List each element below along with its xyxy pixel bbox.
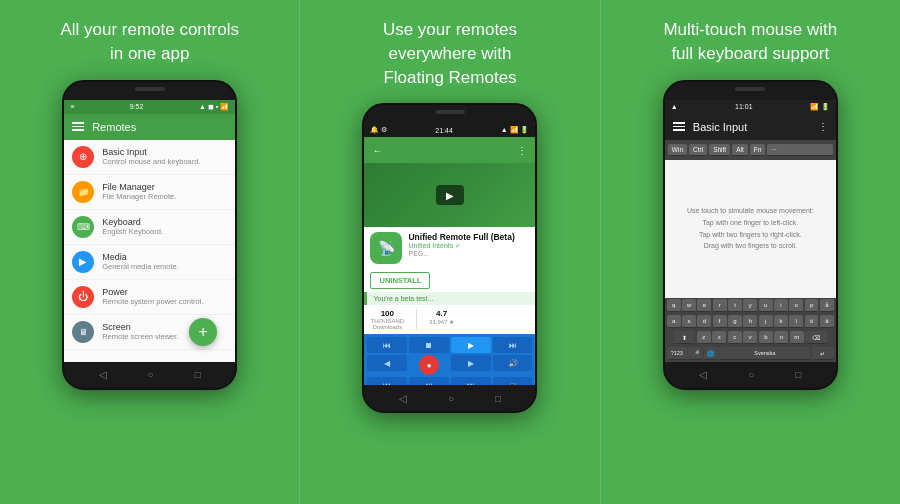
remote-info-power: Power Remote system power control. <box>102 287 227 306</box>
hamburger-icon[interactable] <box>72 122 84 131</box>
remote-btn[interactable]: ⏮ <box>367 377 407 385</box>
ki-key-l[interactable]: l <box>789 315 803 328</box>
ps-app-name: Unified Remote Full (Beta) <box>408 232 529 242</box>
ki-backspace-key[interactable]: ⌫ <box>805 331 827 344</box>
recents-icon[interactable]: □ <box>195 369 201 380</box>
ps-play-button[interactable]: ▶ <box>436 185 464 205</box>
ps-app-bar: ← ⋮ <box>364 137 535 163</box>
ki-key-q[interactable]: q <box>667 299 681 312</box>
remote-btn[interactable]: ⏮ <box>367 337 407 353</box>
ki-shift-key[interactable]: ⬆ <box>673 331 695 344</box>
ki-func-win[interactable]: Win <box>668 144 687 156</box>
ki-key-f[interactable]: f <box>713 315 727 328</box>
ki-key-c[interactable]: c <box>728 331 742 344</box>
status-bar-2: 🔔 ⚙ 21:44 ▲ 📶 🔋 <box>364 123 535 137</box>
list-item[interactable]: ⊕ Basic Input Control mouse and keyboard… <box>64 140 235 175</box>
ki-enter-key[interactable]: ↵ <box>812 347 834 360</box>
ki-key-v[interactable]: v <box>743 331 757 344</box>
ki-key-t[interactable]: t <box>728 299 742 312</box>
ki-key-z[interactable]: z <box>697 331 711 344</box>
ki-key-o-umlaut[interactable]: ö <box>805 315 819 328</box>
remote-desc: File Manager Remote. <box>102 192 227 201</box>
remote-btn[interactable]: ⏭ <box>451 377 491 385</box>
ki-key-r[interactable]: r <box>713 299 727 312</box>
ki-key-a[interactable]: a <box>667 315 681 328</box>
ki-key-m[interactable]: m <box>790 331 804 344</box>
ki-func-shift[interactable]: Shift <box>709 144 730 156</box>
ki-func-ctrl[interactable]: Ctrl <box>689 144 707 156</box>
list-item[interactable]: ⌨ Keyboard English Keyboard. <box>64 210 235 245</box>
ki-key-o[interactable]: o <box>789 299 803 312</box>
fab-add[interactable]: + <box>189 318 217 346</box>
ki-row-4: ?123 🎤 🌐 Svenska ↵ <box>665 346 836 362</box>
ki-key-k[interactable]: k <box>774 315 788 328</box>
app-bar-1: Remotes <box>64 114 235 140</box>
ki-mouse-area[interactable]: Use touch to simulate mouse movement:Tap… <box>665 160 836 298</box>
panel-2-heading: Use your remotes everywhere with Floatin… <box>383 18 517 89</box>
ki-globe-key[interactable]: 🌐 <box>704 347 718 360</box>
ki-key-a-ring[interactable]: å <box>820 299 834 312</box>
ki-key-u[interactable]: u <box>759 299 773 312</box>
home-icon-3[interactable]: ○ <box>748 369 754 380</box>
remote-btn[interactable]: ▶ <box>451 355 491 371</box>
remote-btn[interactable]: ⏹ <box>409 337 449 353</box>
app-bar-title-1: Remotes <box>92 121 136 133</box>
remote-btn[interactable]: 🔉 <box>493 377 533 385</box>
remote-btn[interactable]: ⏭ <box>493 337 533 353</box>
panel-2: Use your remotes everywhere with Floatin… <box>300 0 600 504</box>
ki-mic-key[interactable]: 🎤 <box>688 347 702 360</box>
phone-2-screen: 🔔 ⚙ 21:44 ▲ 📶 🔋 ← ⋮ ▶ 📡 Unified Remote F… <box>364 123 535 385</box>
remote-name: Power <box>102 287 227 297</box>
remote-btn[interactable]: ◀ <box>367 355 407 371</box>
home-icon-2[interactable]: ○ <box>448 393 454 404</box>
ki-key-p[interactable]: p <box>805 299 819 312</box>
ki-func-alt[interactable]: Alt <box>732 144 748 156</box>
list-item[interactable]: ▶ Media General media remote. <box>64 245 235 280</box>
ki-key-w[interactable]: w <box>682 299 696 312</box>
list-item[interactable]: 📁 File Manager File Manager Remote. <box>64 175 235 210</box>
ki-key-a-umlaut[interactable]: ä <box>820 315 834 328</box>
home-icon[interactable]: ○ <box>148 369 154 380</box>
ki-key-e[interactable]: e <box>697 299 711 312</box>
ki-num-key[interactable]: ?123 <box>667 347 687 360</box>
remote-name: Media <box>102 252 227 262</box>
ki-key-j[interactable]: j <box>759 315 773 328</box>
uninstall-button[interactable]: UNINSTALL <box>370 272 430 289</box>
ki-more-icon[interactable]: ⋮ <box>818 121 828 132</box>
remote-btn[interactable]: ⏯ <box>409 377 449 385</box>
ki-key-x[interactable]: x <box>712 331 726 344</box>
remote-name: Basic Input <box>102 147 227 157</box>
back-icon-2[interactable]: ◁ <box>399 393 407 404</box>
ki-space-key[interactable]: Svenska <box>719 347 810 360</box>
share-icon[interactable]: ⋮ <box>517 145 527 156</box>
remote-name: Keyboard <box>102 217 227 227</box>
remote-info-filemanager: File Manager File Manager Remote. <box>102 182 227 201</box>
ki-key-s[interactable]: s <box>682 315 696 328</box>
list-item[interactable]: ⏻ Power Remote system power control. <box>64 280 235 315</box>
back-icon-3[interactable]: ◁ <box>699 369 707 380</box>
ki-key-h[interactable]: h <box>743 315 757 328</box>
back-icon[interactable]: ◁ <box>99 369 107 380</box>
ki-key-n[interactable]: n <box>774 331 788 344</box>
ki-hamburger-icon[interactable] <box>673 122 685 131</box>
ki-func-fn[interactable]: Fn <box>750 144 766 156</box>
remote-btn[interactable]: 🔊 <box>493 355 533 371</box>
ki-key-i[interactable]: i <box>774 299 788 312</box>
ki-key-b[interactable]: b <box>759 331 773 344</box>
ki-func-more[interactable]: ··· <box>767 144 832 156</box>
ki-status-left: ▲ <box>671 103 678 110</box>
back-arrow-icon[interactable]: ← <box>372 145 382 156</box>
ki-key-d[interactable]: d <box>697 315 711 328</box>
recents-icon-3[interactable]: □ <box>795 369 801 380</box>
ps-app-developer: Unified Intents ✓ <box>408 242 529 250</box>
remote-icon-media: ▶ <box>72 251 94 273</box>
panel-1-heading: All your remote controls in one app <box>60 18 239 66</box>
remote-btn[interactable]: ▶ <box>451 337 491 353</box>
ps-stats: 100 THOUSANDDownloads 4.7 31,947 ★ <box>364 305 535 334</box>
ki-key-g[interactable]: g <box>728 315 742 328</box>
recents-icon-2[interactable]: □ <box>495 393 501 404</box>
ki-status-time: 11:01 <box>735 103 753 110</box>
ki-key-y[interactable]: y <box>743 299 757 312</box>
remote-btn-center[interactable]: ● <box>419 355 439 375</box>
ps-header-image: ▶ <box>364 163 535 227</box>
